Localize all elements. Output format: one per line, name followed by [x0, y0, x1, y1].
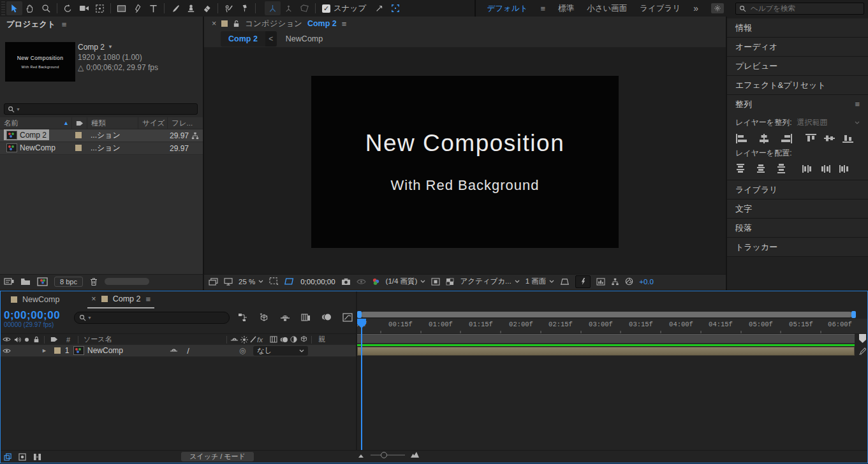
- eraser-tool-button[interactable]: [199, 1, 215, 15]
- align-vertical-center-icon[interactable]: [824, 133, 835, 143]
- view-dropdown[interactable]: アクティブカ...: [460, 277, 519, 286]
- source-name-column[interactable]: ソース名: [81, 335, 172, 344]
- type-tool-button[interactable]: [145, 1, 161, 15]
- label-color-swatch[interactable]: [75, 132, 82, 138]
- timeline-navigator[interactable]: [357, 311, 856, 318]
- layer-shy-switch[interactable]: [169, 347, 179, 354]
- distribute-bottom-icon[interactable]: [776, 164, 789, 174]
- align-horizontal-center-icon[interactable]: [757, 134, 771, 143]
- chevron-down-icon[interactable]: [855, 121, 860, 124]
- panel-effects-presets[interactable]: エフェクト&プリセット: [727, 76, 868, 95]
- distribute-left-icon[interactable]: [802, 164, 813, 174]
- region-of-interest-icon[interactable]: [431, 278, 440, 286]
- workspace-standard[interactable]: 標準: [558, 3, 574, 14]
- layer-quality-switch[interactable]: /: [179, 346, 198, 356]
- navigator-end-handle[interactable]: [851, 311, 856, 318]
- hide-shy-layers-icon[interactable]: [280, 312, 290, 322]
- world-axis-mode-button[interactable]: [281, 1, 297, 15]
- tab-comp2[interactable]: Comp 2: [221, 31, 265, 47]
- transparency-grid-icon[interactable]: [446, 278, 454, 286]
- snap-arrow-button[interactable]: [371, 1, 387, 15]
- close-tab-icon[interactable]: ×: [91, 294, 96, 303]
- help-search-box[interactable]: [735, 3, 864, 15]
- panel-audio[interactable]: オーディオ: [727, 38, 868, 57]
- panel-paragraph[interactable]: 段落: [727, 219, 868, 238]
- snap-toggle[interactable]: ✓ スナップ: [322, 3, 366, 14]
- help-search-input[interactable]: [749, 4, 848, 13]
- parent-pickwhip-icon[interactable]: ◎: [239, 346, 253, 355]
- parent-column[interactable]: 親: [314, 335, 325, 344]
- panel-libraries[interactable]: ライブラリ: [727, 180, 868, 199]
- layer-name[interactable]: NewComp: [87, 346, 169, 355]
- timeline-tab-comp2[interactable]: × Comp 2 ≡: [87, 291, 154, 308]
- pan-behind-tool-button[interactable]: [92, 1, 108, 15]
- exposure-shutter-icon[interactable]: [625, 277, 633, 286]
- tab-newcomp[interactable]: NewComp: [286, 34, 323, 43]
- comp-marker-bin[interactable]: [859, 334, 866, 343]
- show-snapshot-eye-icon[interactable]: [357, 279, 366, 285]
- workspace-menu-icon[interactable]: ≡: [541, 4, 546, 13]
- column-size[interactable]: サイズ: [138, 117, 167, 129]
- channel-rgb-icon[interactable]: [372, 278, 380, 286]
- column-label[interactable]: [71, 117, 87, 129]
- expand-in-out-panes-icon[interactable]: [33, 453, 41, 461]
- layer-visibility-eye-icon[interactable]: [1, 348, 12, 354]
- close-panel-icon[interactable]: ×: [212, 19, 216, 28]
- layer-number-column[interactable]: #: [61, 336, 75, 344]
- fast-previews-button[interactable]: [575, 275, 591, 288]
- hand-tool-button[interactable]: [22, 1, 38, 15]
- zoom-tool-button[interactable]: [38, 1, 54, 15]
- new-composition-icon[interactable]: [37, 277, 48, 286]
- bit-depth-button[interactable]: 8 bpc: [54, 277, 83, 287]
- label-color-swatch[interactable]: [75, 145, 82, 151]
- draft-3d-icon[interactable]: [259, 312, 269, 322]
- view-axis-mode-button[interactable]: [297, 1, 313, 15]
- workspace-default[interactable]: デフォルト: [487, 3, 528, 14]
- panel-align-header[interactable]: 整列 ≡: [727, 95, 868, 113]
- project-row-newcomp[interactable]: NewComp ...ション 29.97: [0, 142, 203, 155]
- comp-mini-flowchart-icon[interactable]: [238, 312, 248, 322]
- project-panel-menu-icon[interactable]: ≡: [62, 20, 67, 29]
- snap-checkbox[interactable]: ✓: [322, 4, 330, 13]
- parent-dropdown[interactable]: なし: [253, 346, 308, 356]
- expand-layer-switches-icon[interactable]: [4, 453, 12, 461]
- distribute-vertical-center-icon[interactable]: [756, 164, 769, 174]
- distribute-horizontal-center-icon[interactable]: [820, 164, 831, 174]
- snap-bounds-button[interactable]: [387, 1, 403, 15]
- layer-label-swatch[interactable]: [54, 347, 61, 354]
- playhead-line[interactable]: [361, 319, 362, 450]
- comp-button-icon[interactable]: [858, 347, 866, 355]
- column-fps[interactable]: フレ...: [167, 117, 202, 129]
- trash-icon[interactable]: [89, 277, 98, 286]
- distribute-right-icon[interactable]: [839, 164, 850, 174]
- search-scope-dropdown-icon[interactable]: ▼: [16, 107, 20, 112]
- panel-preview[interactable]: プレビュー: [727, 57, 868, 76]
- layer-duration-bar[interactable]: [357, 347, 855, 356]
- timeline-graph-icon[interactable]: [596, 278, 605, 286]
- switches-modes-button[interactable]: スイッチ / モード: [181, 452, 254, 461]
- panel-grip[interactable]: [1, 1, 5, 15]
- align-top-icon[interactable]: [805, 133, 816, 143]
- tab-back-button[interactable]: <: [265, 31, 277, 47]
- puppet-pin-tool-button[interactable]: [237, 1, 253, 15]
- sort-ascending-icon[interactable]: ▲: [63, 120, 69, 126]
- search-scope-dropdown-icon[interactable]: ▼: [87, 315, 92, 320]
- navigator-start-handle[interactable]: [357, 311, 362, 318]
- workspace-small-screen[interactable]: 小さい画面: [587, 3, 627, 14]
- current-timecode[interactable]: 0;00;00;00: [4, 309, 60, 322]
- mask-visibility-toggle-icon[interactable]: [284, 277, 295, 286]
- time-ruler[interactable]: 00f 00:15f 01:00f 01:15f 02:00f 02:15f 0…: [357, 319, 867, 334]
- pen-tool-button[interactable]: [129, 1, 145, 15]
- horizontal-scrollbar[interactable]: [105, 278, 149, 285]
- panel-info[interactable]: 情報: [727, 18, 868, 38]
- align-target-dropdown[interactable]: 選択範囲: [797, 117, 827, 128]
- view-layout-dropdown[interactable]: 1 画面: [526, 277, 555, 286]
- snapshot-camera-icon[interactable]: [341, 278, 351, 286]
- panel-tracker[interactable]: トラッカー: [727, 238, 868, 257]
- grid-guides-icon[interactable]: [269, 277, 279, 286]
- primary-viewer-icon[interactable]: [224, 278, 233, 286]
- distribute-top-icon[interactable]: [735, 164, 748, 174]
- composition-canvas[interactable]: New Composition With Red Background: [311, 76, 619, 248]
- workspace-libraries[interactable]: ライブラリ: [640, 3, 680, 14]
- expand-transfer-controls-icon[interactable]: [18, 453, 27, 461]
